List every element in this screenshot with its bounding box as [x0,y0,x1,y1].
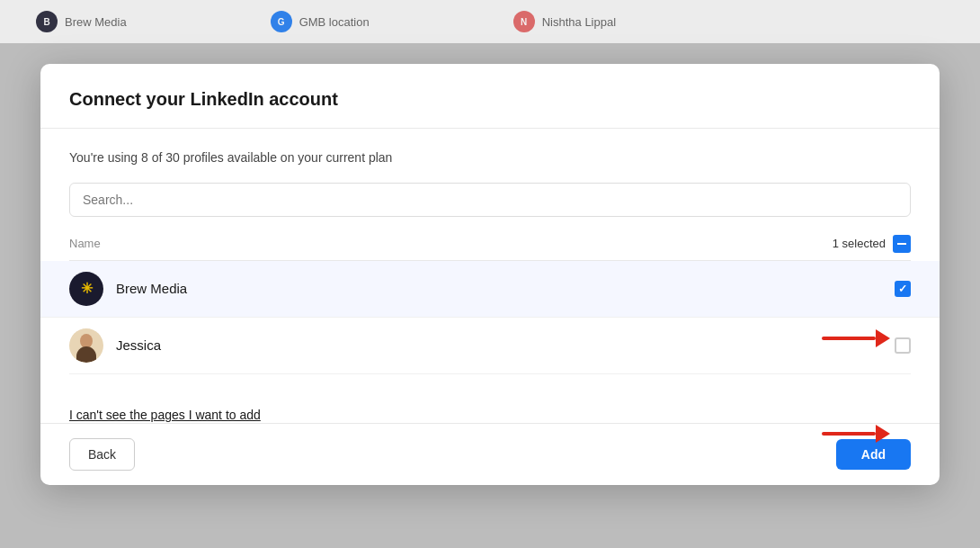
selected-count-text: 1 selected [833,237,886,250]
list-item[interactable]: Jessica [69,318,911,374]
jessica-avatar [69,328,103,363]
modal-wrapper: Connect your LinkedIn account You're usi… [40,64,940,485]
modal-header: Connect your LinkedIn account [40,64,940,129]
jessica-avatar-image [69,328,103,363]
bg-tab-brew: B Brew Media [36,11,127,32]
bg-tab-brew-avatar: B [36,11,58,32]
brew-media-name: Brew Media [116,281,895,296]
bg-tab-nishtha-avatar: N [513,11,535,32]
bg-tab-gmb-avatar: G [271,11,292,32]
jessica-checkbox[interactable] [895,337,911,354]
deselect-all-button[interactable] [893,235,911,253]
modal-backdrop: B Brew Media G GMB location N Nishtha Li… [0,0,980,548]
brew-media-checkbox[interactable] [895,281,911,297]
search-input[interactable] [69,183,911,217]
add-button[interactable]: Add [836,439,911,470]
bg-tab-brew-label: Brew Media [65,15,127,29]
modal-footer-actions: Back Add [40,423,940,485]
jessica-avatar-body [76,346,96,363]
brew-media-avatar: ✳ [69,272,103,306]
background-tabs-bar: B Brew Media G GMB location N Nishtha Li… [0,0,980,43]
selected-count-container: 1 selected [833,235,911,253]
modal: Connect your LinkedIn account You're usi… [40,64,940,485]
accounts-list: ✳ Brew Media Jessica [69,261,911,374]
list-item[interactable]: ✳ Brew Media [40,261,940,318]
cant-see-pages-link[interactable]: I can't see the pages I want to add [69,408,261,422]
jessica-name: Jessica [116,337,895,353]
bg-tab-gmb: G GMB location [271,11,370,32]
bg-tab-nishtha-label: Nishtha Lippal [542,15,616,29]
bg-tab-gmb-label: GMB location [299,15,370,29]
modal-body: You're using 8 of 30 profiles available … [40,129,940,396]
list-header: Name 1 selected [69,235,911,261]
back-button[interactable]: Back [69,438,135,471]
brew-media-logo-icon: ✳ [81,280,93,297]
bg-tab-nishtha: N Nishtha Lippal [513,11,616,32]
modal-title: Connect your LinkedIn account [69,89,911,110]
footer-link-section: I can't see the pages I want to add [40,396,940,423]
list-header-name-label: Name [69,237,101,250]
plan-info-text: You're using 8 of 30 profiles available … [69,150,911,165]
